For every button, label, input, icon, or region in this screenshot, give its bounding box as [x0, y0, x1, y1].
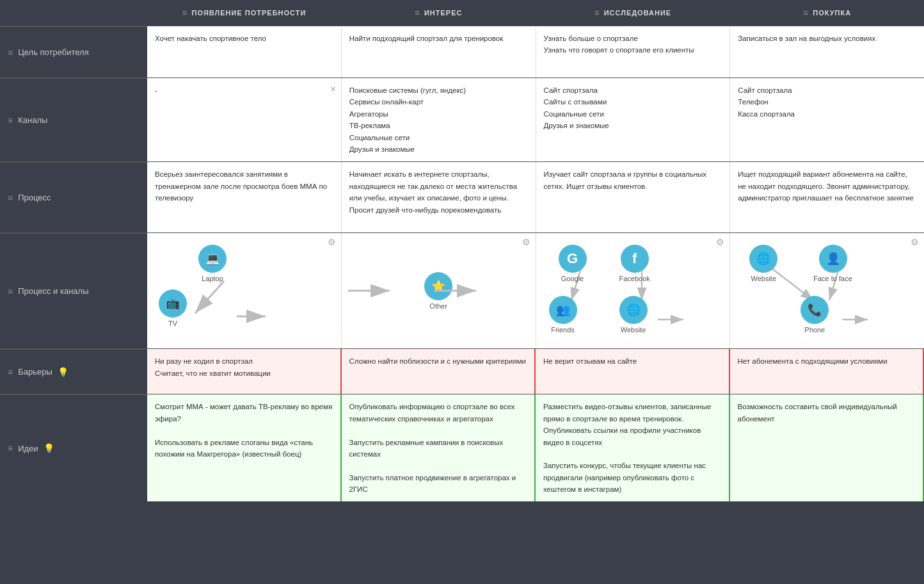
hamburger-icon: ≡	[8, 47, 13, 58]
cell-text: Смотрит ММА - может давать ТВ-рекламу во…	[155, 403, 332, 458]
channel-label: TV	[168, 320, 177, 327]
svg-line-0	[195, 281, 224, 313]
grid-cell: Опубликовать информацию о спортзале во в…	[342, 394, 536, 501]
header-arrow	[729, 0, 737, 26]
channel-label: Laptop	[202, 275, 223, 282]
channel-label: Google	[561, 275, 584, 282]
sidebar-row: ≡Идеи💡	[0, 394, 147, 501]
cell-text: Нет абонемента с подходящими условиями	[738, 357, 888, 365]
gear-icon: ⚙	[522, 237, 530, 247]
grid-cell: Начинает искать в интернете спортзалы, н…	[342, 162, 536, 232]
row-Каналы: ≡Каналы×-Поисковые системы (гугл, яндекс…	[0, 77, 924, 161]
channel-node: 💻Laptop	[198, 245, 227, 282]
header-label: ИССЛЕДОВАНИЕ	[604, 9, 672, 17]
grid-cell: Найти подходящий спортзал для тренировок	[342, 26, 536, 77]
channel-icon: 🌐	[749, 245, 777, 273]
channel-node: 🌐Website	[749, 245, 777, 282]
channel-icon: 📺	[159, 289, 187, 318]
grid-cell: Хочет накачать спортивное тело	[147, 26, 342, 77]
cell-text: Узнать больше о спортзале Узнать что гов…	[544, 35, 694, 54]
grid-cell: Не верит отзывам на сайте	[536, 349, 730, 394]
header-arrow	[341, 0, 349, 26]
sidebar-row: ≡Каналы	[0, 78, 147, 161]
grid-cell: Записаться в зал на выгодных условиях	[730, 26, 924, 77]
header-col-1: ≡ИНТЕРЕС	[342, 0, 536, 26]
sidebar-row: ≡Цель потребителя	[0, 26, 147, 77]
header-col-0: ≡ПОЯВЛЕНИЕ ПОТРЕБНОСТИ	[147, 0, 342, 26]
cell-text: Сложно найти поблизости и с нужными крит…	[349, 357, 527, 365]
grid-cell: Узнать больше о спортзале Узнать что гов…	[536, 26, 731, 77]
channel-icon: 👥	[549, 296, 577, 324]
process-channels-row: ≡Процесс и каналы⚙💻Laptop📺TV⚙⭐Other⚙GGoo…	[0, 232, 924, 348]
channel-icon: 💻	[198, 245, 227, 273]
grid-cell: Разместить видео-отзывы клиентов, записа…	[536, 394, 730, 501]
grid-cell: Сайт спортзала Сайты с отзывами Социальн…	[536, 78, 731, 161]
hamburger-icon: ≡	[8, 286, 13, 296]
hamburger-icon: ≡	[8, 443, 13, 453]
header-label: ИНТЕРЕС	[424, 9, 463, 17]
grid-cell: Сложно найти поблизости и с нужными крит…	[342, 349, 536, 394]
process-channel-cell: ⚙🌐Website👤Face to face📞Phone	[730, 233, 924, 348]
channel-node: 📞Phone	[801, 296, 829, 334]
row-Процесс: ≡ПроцессВсерьез заинтересовался занятиям…	[0, 161, 924, 232]
channel-label: Friends	[551, 326, 575, 334]
cell-text: -	[155, 86, 157, 94]
cell-text: Возможность составить свой индивидуальны…	[738, 403, 897, 422]
channel-icon: 🌐	[619, 296, 648, 324]
header-menu-icon: ≡	[803, 8, 809, 18]
cell-text: Поисковые системы (гугл, яндекс) Сервисы…	[349, 86, 466, 153]
grid-cell: Сайт спортзала Телефон Касса спортзала	[730, 78, 924, 161]
sidebar-row: ≡Барьеры💡	[0, 349, 147, 394]
grid-cells: ×-Поисковые системы (гугл, яндекс) Серви…	[147, 78, 924, 161]
grid-cell: Возможность составить свой индивидуальны…	[730, 394, 925, 501]
grid-cell: Поисковые системы (гугл, яндекс) Сервисы…	[342, 78, 536, 161]
channel-label: Website	[621, 326, 646, 334]
header-menu-icon: ≡	[594, 8, 600, 18]
channel-icon: 👤	[819, 245, 847, 273]
gear-icon: ⚙	[328, 237, 336, 247]
header-arrow	[536, 0, 543, 26]
sidebar-label: Процесс и каналы	[18, 286, 88, 296]
grid-cell: Нет абонемента с подходящими условиями	[730, 349, 925, 394]
cell-text: Опубликовать информацию о спортзале во в…	[349, 403, 516, 493]
cell-text: Записаться в зал на выгодных условиях	[738, 35, 875, 42]
row-Идеи: ≡Идеи💡Смотрит ММА - может давать ТВ-рекл…	[0, 394, 924, 501]
cell-text: Не верит отзывам на сайте	[543, 357, 637, 365]
cell-text: Сайт спортзала Сайты с отзывами Социальн…	[544, 86, 609, 129]
header-col-3: ≡ПОКУПКА	[730, 0, 924, 26]
header-label: ПОЯВЛЕНИЕ ПОТРЕБНОСТИ	[192, 9, 307, 17]
cell-text: Ни разу не ходил в спортзал Считает, что…	[155, 357, 271, 377]
grid-cells: Смотрит ММА - может давать ТВ-рекламу во…	[147, 394, 924, 501]
channel-node: 🌐Website	[619, 296, 648, 334]
cell-text: Всерьез заинтересовался занятиями в трен…	[155, 170, 327, 202]
grid-cells: Ни разу не ходил в спортзал Считает, что…	[147, 349, 924, 394]
channel-node: fFacebook	[619, 245, 650, 282]
cell-text: Начинает искать в интернете спортзалы, н…	[349, 170, 517, 213]
channel-icon: 📞	[801, 296, 829, 324]
close-button[interactable]: ×	[331, 82, 336, 96]
process-channel-cell: ⚙⭐Other	[342, 233, 536, 348]
grid-cell: ×-	[147, 78, 342, 161]
grid-cell: Смотрит ММА - может давать ТВ-рекламу во…	[147, 394, 342, 501]
channel-label: Phone	[804, 326, 825, 334]
header-menu-icon: ≡	[415, 8, 420, 18]
header-label: ПОКУПКА	[813, 9, 851, 17]
sidebar-row: ≡Процесс и каналы	[0, 233, 147, 348]
cell-text: Хочет накачать спортивное тело	[155, 35, 266, 42]
channel-node: GGoogle	[559, 245, 587, 282]
grid-cell: Всерьез заинтересовался занятиями в трен…	[147, 162, 342, 232]
cell-text: Сайт спортзала Телефон Касса спортзала	[738, 86, 795, 118]
channel-node: 👤Face to face	[813, 245, 852, 282]
grid-cell: Ищет подходящий вариант абонемента на са…	[730, 162, 924, 232]
cell-text: Изучает сайт спортзала и группы в социал…	[544, 170, 707, 190]
header-col-2: ≡ИССЛЕДОВАНИЕ	[536, 0, 731, 26]
hamburger-icon: ≡	[8, 115, 13, 126]
cell-text: Ищет подходящий вариант абонемента на са…	[738, 170, 914, 202]
process-channel-cell: ⚙GGooglefFacebook👥Friends🌐Website	[536, 233, 731, 348]
row-Барьеры: ≡Барьеры💡Ни разу не ходил в спортзал Счи…	[0, 348, 924, 394]
channel-icon: f	[621, 245, 649, 273]
channel-label: Website	[751, 275, 776, 282]
cell-text: Найти подходящий спортзал для тренировок	[349, 35, 504, 42]
grid-cells: Всерьез заинтересовался занятиями в трен…	[147, 162, 924, 232]
channel-node: 📺TV	[159, 289, 187, 327]
